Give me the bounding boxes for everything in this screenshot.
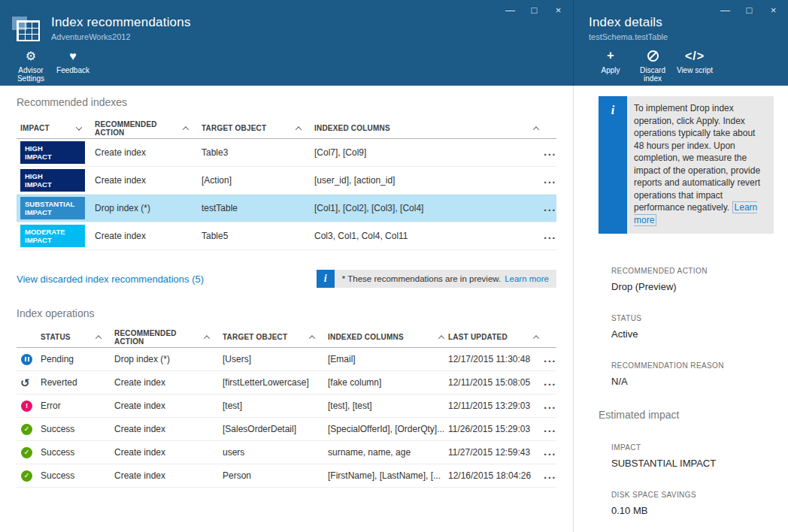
impact-value: SUBSTANTIAL IMPACT <box>611 458 788 469</box>
row-context-menu-button[interactable]: ... <box>544 398 556 411</box>
icon-table-grid <box>17 20 40 41</box>
reverted-status-icon: ↺ <box>20 377 30 388</box>
operation-row[interactable]: ✓ Success Create index [SalesOrderDetail… <box>17 418 556 441</box>
recommended-table-header: IMPACT RECOMMENDED ACTION TARGET OBJECT … <box>17 118 556 139</box>
index-details-blade: — □ × Index details testSchema.testTable… <box>573 0 788 532</box>
row-context-menu-button[interactable]: ... <box>544 352 556 364</box>
recommendation-reason-field: RECOMMENDATION REASON N/A <box>611 361 788 387</box>
status-cell: Success <box>41 447 114 458</box>
status-header-label: STATUS <box>41 333 71 341</box>
action-cell: Create index <box>95 231 202 241</box>
row-context-menu-button[interactable]: ... <box>544 228 556 241</box>
sort-chevron-icon <box>438 335 444 341</box>
column-header-target-object[interactable]: TARGET OBJECT <box>202 124 314 132</box>
row-context-menu-button[interactable]: ... <box>544 145 556 158</box>
index-operations-table: STATUS RECOMMENDED ACTION TARGET OBJECT … <box>17 327 556 488</box>
target-cell: Person <box>223 470 328 481</box>
operation-row[interactable]: Pending Drop index (*) [Users] [Email] 1… <box>17 348 556 371</box>
recommended-action-label: RECOMMENDED ACTION <box>611 267 788 275</box>
apply-button[interactable]: + Apply <box>590 48 631 83</box>
sort-chevron-icon <box>533 126 539 132</box>
impact-header-label: IMPACT <box>20 124 50 132</box>
column-header-last-updated[interactable]: LAST UPDATED <box>448 333 556 341</box>
operation-row[interactable]: ✓ Success Create index users surname, na… <box>17 441 556 464</box>
action-cell: Create index <box>114 424 223 434</box>
maximize-button[interactable]: □ <box>744 5 755 17</box>
sort-chevron-icon <box>296 126 302 132</box>
column-header-recommended-action[interactable]: RECOMMENDED ACTION <box>114 329 223 346</box>
action-header-label: RECOMMENDED ACTION <box>114 329 205 346</box>
operations-table-header: STATUS RECOMMENDED ACTION TARGET OBJECT … <box>17 327 556 348</box>
operation-row[interactable]: ↺ Reverted Create index [firstLetterLowe… <box>17 371 556 394</box>
details-fields: RECOMMENDED ACTION Drop (Preview) STATUS… <box>611 267 788 516</box>
left-blade-content: Recommended indexes IMPACT RECOMMENDED A… <box>0 86 573 532</box>
columns-cell: [SpecialOfferId], [OrderQty]... <box>328 424 448 434</box>
estimated-impact-heading: Estimated impact <box>599 409 788 421</box>
operation-row[interactable]: ✓ Success Create index Person [FirstName… <box>17 464 556 488</box>
disk-space-savings-label: DISK SPACE SAVINGS <box>611 491 788 499</box>
target-cell: [Action] <box>202 175 314 186</box>
preview-note-text: * These recommendations are in preview. <box>342 274 501 283</box>
action-cell: Drop index (*) <box>114 354 223 364</box>
column-header-impact[interactable]: IMPACT <box>17 124 95 132</box>
target-cell: [SalesOrderDetail] <box>223 424 328 434</box>
recommendation-row[interactable]: HIGH IMPACT Create index [Action] [user_… <box>17 167 556 195</box>
impact-badge-line: MODERATE <box>25 228 80 237</box>
heart-icon: ♥ <box>53 48 93 63</box>
right-blade-content: i To implement Drop index operation, cli… <box>573 86 788 532</box>
minimize-button[interactable]: — <box>720 5 731 17</box>
close-button[interactable]: × <box>768 5 779 17</box>
recommendation-reason-value: N/A <box>611 376 788 387</box>
sort-chevron-icon <box>204 335 210 341</box>
impact-cell: HIGH IMPACT <box>17 141 95 164</box>
advisor-settings-label: Advisor Settings <box>17 66 44 83</box>
action-cell: Drop index (*) <box>95 203 202 213</box>
updated-cell: 12/16/2015 18:04:26 <box>448 470 532 481</box>
row-context-menu-button[interactable]: ... <box>544 445 556 458</box>
status-field: STATUS Active <box>611 314 788 340</box>
column-header-indexed-columns[interactable]: INDEXED COLUMNS <box>328 333 448 341</box>
view-discarded-recommendations-link[interactable]: View discarded index recommendations (5) <box>17 274 204 285</box>
feedback-button[interactable]: ♥ Feedback <box>53 48 93 83</box>
success-status-icon: ✓ <box>21 447 32 458</box>
info-icon: i <box>599 96 627 234</box>
row-context-menu-button[interactable]: ... <box>544 173 556 186</box>
column-header-indexed-columns[interactable]: INDEXED COLUMNS <box>314 124 556 132</box>
row-context-menu-button[interactable]: ... <box>544 375 556 388</box>
column-header-recommended-action[interactable]: RECOMMENDED ACTION <box>95 120 202 137</box>
advisor-settings-button[interactable]: ⚙ Advisor Settings <box>11 48 51 83</box>
recommendation-row[interactable]: MODERATE IMPACT Create index Table5 Col3… <box>17 222 556 250</box>
target-cell: testTable <box>202 203 314 213</box>
left-blade-header: — □ × Index recommendations AdventureWor… <box>0 0 573 86</box>
right-window-controls: — □ × <box>720 5 779 17</box>
row-context-menu-button[interactable]: ... <box>544 201 556 213</box>
recommendation-row[interactable]: HIGH IMPACT Create index Table3 [Col7], … <box>17 139 556 167</box>
impact-cell: SUBSTANTIAL IMPACT <box>17 197 95 219</box>
index-operations-heading: Index operations <box>17 307 556 319</box>
sort-chevron-icon <box>183 126 189 132</box>
learn-more-link[interactable]: Learn more <box>505 274 549 283</box>
plus-icon: + <box>590 48 631 63</box>
row-context-menu-button[interactable]: ... <box>544 468 556 481</box>
gear-icon: ⚙ <box>11 48 51 63</box>
close-button[interactable]: × <box>553 5 564 17</box>
operation-row[interactable]: ! Error Create index [test] [test], [tes… <box>17 394 556 418</box>
left-window-controls: — □ × <box>505 5 564 17</box>
view-script-label: View script <box>677 66 713 74</box>
discard-index-button[interactable]: Discard index <box>632 48 673 83</box>
target-header-label: TARGET OBJECT <box>202 124 266 132</box>
row-context-menu-button[interactable]: ... <box>544 422 556 434</box>
view-script-button[interactable]: </> View script <box>674 48 715 83</box>
sort-chevron-icon <box>533 335 539 341</box>
column-header-status[interactable]: STATUS <box>41 333 114 341</box>
column-header-target-object[interactable]: TARGET OBJECT <box>223 333 328 341</box>
minimize-button[interactable]: — <box>505 5 516 17</box>
recommended-indexes-heading: Recommended indexes <box>17 96 556 108</box>
recommended-action-value: Drop (Preview) <box>611 281 788 292</box>
page-title: Index recommendations <box>51 15 191 30</box>
columns-header-label: INDEXED COLUMNS <box>314 124 390 132</box>
recommendation-row-selected[interactable]: SUBSTANTIAL IMPACT Drop index (*) testTa… <box>17 195 556 222</box>
impact-badge-line: IMPACT <box>25 208 80 217</box>
target-cell: Table3 <box>202 147 314 158</box>
maximize-button[interactable]: □ <box>529 5 540 17</box>
